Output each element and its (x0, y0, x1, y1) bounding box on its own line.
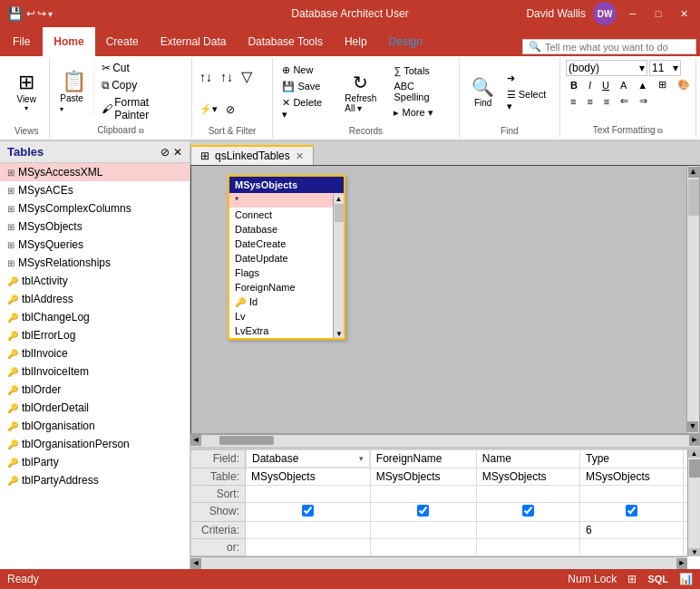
design-area[interactable]: ▲ ▼ MSysObjects * Connect Database DateC… (190, 165, 700, 434)
tab-home[interactable]: Home (43, 27, 94, 56)
advanced-filter-button[interactable]: ⚡▾ (196, 101, 221, 117)
goto-button[interactable]: ➜ (503, 71, 554, 86)
table-item[interactable]: 🔑 tblErrorLog (0, 326, 190, 344)
maximize-button[interactable]: □ (649, 5, 667, 23)
field-foreignname[interactable]: ForeignName (229, 280, 344, 294)
tab-file[interactable]: File (0, 27, 43, 56)
field-dateupdate[interactable]: DateUpdate (229, 251, 344, 266)
view-button[interactable]: ⊞ View ▾ (8, 70, 44, 115)
minimize-button[interactable]: ─ (624, 5, 642, 23)
format-painter-button[interactable]: 🖌Format Painter (98, 94, 186, 123)
grid-cell-database-show[interactable] (246, 503, 371, 522)
grid-cell-name-criteria[interactable] (476, 522, 579, 539)
tab-help[interactable]: Help (334, 27, 378, 56)
grid-cell-type-sort[interactable] (580, 486, 684, 503)
filter-button[interactable]: ▽ (238, 66, 256, 87)
grid-scroll-up[interactable]: ▲ (688, 449, 700, 458)
grid-vscroll[interactable]: ▲ ▼ (687, 449, 700, 557)
design-hscroll[interactable]: ◄ ► (190, 434, 700, 447)
scroll-thumb[interactable] (688, 179, 699, 216)
grid-cell-name-sort[interactable] (476, 486, 579, 503)
tab-design[interactable]: Design (378, 27, 433, 56)
underline-button[interactable]: U (598, 78, 614, 92)
grid-hscroll-left[interactable]: ◄ (190, 558, 201, 569)
font-family-dropdown[interactable]: (body)▾ (566, 60, 647, 76)
table-item[interactable]: 🔑 tblOrder (0, 381, 190, 399)
refresh-button[interactable]: ↻ RefreshAll ▾ (341, 69, 380, 116)
close-button[interactable]: ✕ (675, 5, 693, 23)
query-tab[interactable]: ⊞ qsLinkedTables ✕ (190, 145, 314, 165)
grid-cell-type-field[interactable]: Type (580, 449, 684, 468)
undo-icon[interactable]: ↩ (26, 7, 35, 20)
scroll-down-button[interactable]: ▼ (687, 421, 698, 432)
grid-hscroll-right[interactable]: ► (676, 558, 687, 569)
field-datecreate[interactable]: DateCreate (229, 237, 344, 251)
grid-cell-name-show[interactable] (476, 503, 579, 522)
table-item[interactable]: ⊞ MSysQueries (0, 236, 190, 254)
hscroll-right[interactable]: ► (689, 435, 700, 446)
grid-cell-database-criteria[interactable] (246, 522, 371, 539)
copy-button[interactable]: ⧉Copy (98, 77, 186, 93)
tables-filter-button[interactable]: ⊘ (160, 146, 170, 159)
grid-cell-type-show[interactable] (580, 503, 684, 522)
grid-cell-foreignname-sort[interactable] (370, 486, 476, 503)
search-input[interactable] (545, 42, 690, 53)
gridlines-button[interactable]: ⊞ (654, 77, 671, 92)
grid-cell-foreignname-field[interactable]: ForeignName (370, 449, 476, 468)
bold-button[interactable]: B (566, 78, 582, 92)
grid-cell-name-or[interactable] (476, 539, 579, 556)
field-dropdown-icon[interactable]: ▾ (359, 454, 364, 463)
grid-cell-foreignname-criteria[interactable] (370, 522, 476, 539)
hscroll-left[interactable]: ◄ (190, 435, 201, 446)
save-icon[interactable]: 💾 (7, 6, 23, 21)
spelling-button[interactable]: ABC Spelling (390, 79, 452, 104)
table-box-scroll-thumb[interactable] (335, 204, 344, 222)
cut-button[interactable]: ✂Cut (98, 60, 186, 76)
table-item[interactable]: 🔑 tblInvoiceItem (0, 362, 190, 381)
status-chart-icon[interactable]: 📊 (679, 573, 693, 585)
grid-cell-foreignname-show[interactable] (370, 503, 476, 522)
field-id[interactable]: 🔑Id (229, 294, 344, 309)
field-connect[interactable]: Connect (229, 208, 344, 222)
table-item[interactable]: 🔑 tblInvoice (0, 344, 190, 362)
table-item[interactable]: ⊞ MSysObjects (0, 217, 190, 236)
ribbon-search-box[interactable]: 🔍 (522, 39, 696, 54)
table-item[interactable]: 🔑 tblOrganisation (0, 417, 190, 435)
new-record-button[interactable]: ⊕ New (278, 63, 331, 78)
tab-close-button[interactable]: ✕ (296, 150, 304, 162)
hscroll-thumb[interactable] (219, 436, 274, 445)
table-item[interactable]: 🔑 tblOrderDetail (0, 399, 190, 417)
select-button[interactable]: ☰ Select ▾ (503, 87, 554, 114)
table-item[interactable]: 🔑 tblChangeLog (0, 308, 190, 326)
table-item[interactable]: ⊞ MSysACEs (0, 181, 190, 199)
save-record-button[interactable]: 💾 Save (278, 79, 331, 94)
redo-icon[interactable]: ↪ (37, 7, 46, 20)
font-size-dropdown[interactable]: 11▾ (649, 60, 681, 76)
table-item[interactable]: ⊞ MSysAccessXML (0, 163, 190, 181)
table-item[interactable]: 🔑 tblPartyAddress (0, 471, 190, 489)
align-center-button[interactable]: ≡ (582, 94, 597, 109)
find-button[interactable]: 🔍 Find (465, 73, 501, 111)
grid-cell-type-or[interactable] (580, 539, 684, 556)
field-lv[interactable]: Lv (229, 309, 344, 323)
delete-button[interactable]: ✕ Delete ▾ (278, 95, 331, 122)
ascending-button[interactable]: ↑↓ (196, 68, 216, 86)
table-box-scroll-down[interactable]: ▼ (334, 330, 345, 338)
grid-cell-foreignname-or[interactable] (370, 539, 476, 556)
table-box-scrollbar[interactable]: ▲ ▼ (333, 195, 344, 338)
align-left-button[interactable]: ≡ (566, 94, 580, 109)
totals-button[interactable]: ∑ Totals (390, 63, 452, 78)
field-flags[interactable]: Flags (229, 266, 344, 280)
vertical-scrollbar[interactable]: ▲ ▼ (686, 166, 699, 433)
show-checkbox-database[interactable] (302, 505, 314, 517)
field-lvextra[interactable]: LvExtra (229, 323, 344, 338)
highlight-button[interactable]: ▲ (633, 78, 652, 92)
grid-hscroll[interactable]: ◄ ► (190, 556, 687, 569)
status-sql-icon[interactable]: SQL (647, 574, 668, 584)
rtl-button[interactable]: ⇐ (616, 93, 633, 109)
bg-color-button[interactable]: 🎨 (673, 77, 695, 92)
field-database[interactable]: Database (229, 222, 344, 237)
align-right-button[interactable]: ≡ (599, 94, 614, 109)
font-color-button[interactable]: A (616, 78, 631, 92)
status-grid-view-icon[interactable]: ⊞ (627, 573, 637, 585)
